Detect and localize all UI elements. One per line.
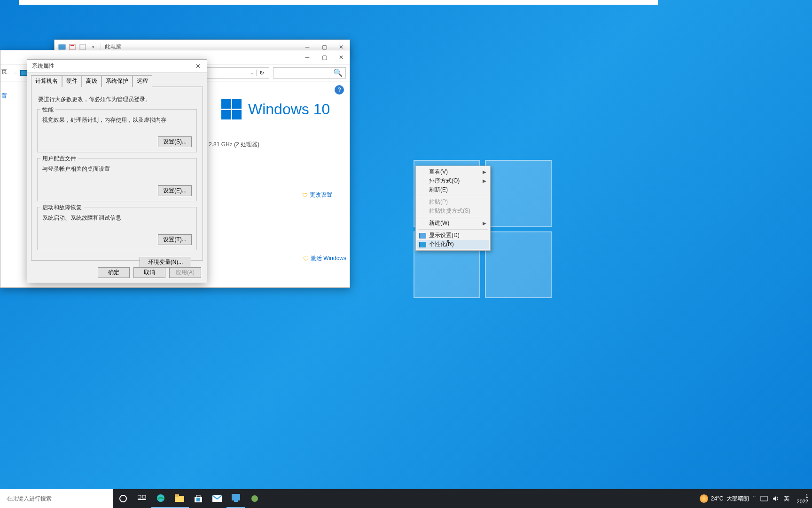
svg-rect-5	[142, 495, 146, 498]
tray-overflow-icon[interactable]: ˆ	[754, 495, 756, 502]
svg-rect-13	[232, 494, 240, 500]
sysprop-title: 系统属性	[32, 62, 55, 70]
performance-settings-button[interactable]: 设置(S)...	[158, 136, 192, 147]
ctx-view[interactable]: 查看(V)▶	[417, 167, 489, 176]
task-view-button[interactable]	[133, 489, 151, 508]
system-tray: 24°C 大部晴朗 ˆ 英 1 2022	[700, 493, 812, 504]
tray-ime[interactable]: 英	[784, 495, 789, 503]
change-settings-link[interactable]: 🛡 更改设置	[302, 191, 332, 199]
svg-rect-16	[761, 496, 767, 501]
about-maximize-button[interactable]: ▢	[316, 50, 333, 64]
svg-rect-6	[138, 499, 146, 500]
weather-temp: 24°C	[711, 495, 724, 502]
ok-button[interactable]: 确定	[98, 267, 130, 278]
address-dropdown-icon[interactable]: ⌄	[249, 70, 256, 75]
tab-advanced[interactable]: 高级	[82, 75, 102, 87]
chevron-right-icon: ▶	[483, 178, 486, 183]
tab-hardware[interactable]: 硬件	[62, 75, 82, 87]
startup-legend: 启动和故障恢复	[40, 204, 84, 212]
chevron-right-icon: ▶	[483, 169, 486, 175]
user-profile-settings-button[interactable]: 设置(E)...	[158, 185, 192, 196]
svg-point-15	[251, 495, 258, 502]
svg-rect-3	[80, 44, 86, 50]
ctx-separator	[418, 196, 488, 196]
sidebar-fragment-1: 页	[1, 68, 7, 76]
performance-group: 性能 视觉效果，处理器计划，内存使用，以及虚拟内存 设置(S)...	[37, 109, 197, 152]
search-icon: 🔍	[333, 68, 343, 77]
tray-date: 2022	[797, 499, 808, 504]
user-profile-desc: 与登录帐户相关的桌面设置	[42, 165, 192, 173]
performance-desc: 视觉效果，处理器计划，内存使用，以及虚拟内存	[42, 116, 192, 124]
start-button[interactable]	[114, 489, 133, 508]
sysprop-tabs: 计算机名 硬件 高级 系统保护 远程	[27, 73, 207, 87]
svg-rect-2	[70, 45, 74, 46]
taskbar-app-settings[interactable]	[226, 489, 245, 508]
svg-rect-1	[70, 44, 75, 50]
ctx-separator	[418, 217, 488, 217]
shield-icon: 🛡	[303, 255, 309, 262]
chevron-right-icon: ▶	[483, 221, 486, 226]
mouse-cursor-icon: ↖	[445, 238, 453, 246]
performance-legend: 性能	[40, 106, 55, 114]
taskbar-app-edge[interactable]	[151, 489, 170, 508]
ctx-personalize[interactable]: 个性化(R)	[417, 240, 489, 249]
taskbar-search[interactable]: 在此键入进行搜索	[0, 489, 113, 508]
tray-clock[interactable]: 1 2022	[794, 493, 811, 504]
tab-remote[interactable]: 远程	[133, 75, 152, 87]
taskbar-app-store[interactable]	[189, 489, 208, 508]
ctx-sort[interactable]: 排序方式(O)▶	[417, 176, 489, 185]
cpu-info: 2.81 GHz (2 处理器)	[209, 141, 259, 149]
desktop-context-menu[interactable]: 查看(V)▶ 排序方式(O)▶ 刷新(E) 粘贴(P) 粘贴快捷方式(S) 新建…	[415, 166, 491, 251]
taskbar-app-generic[interactable]	[245, 489, 264, 508]
startup-desc: 系统启动、系统故障和调试信息	[42, 214, 192, 222]
tab-system-protection[interactable]: 系统保护	[102, 75, 133, 87]
apply-button[interactable]: 应用(A)	[169, 267, 201, 278]
weather-widget[interactable]: 24°C 大部晴朗	[700, 494, 749, 503]
weather-desc: 大部晴朗	[726, 495, 749, 503]
ctx-refresh[interactable]: 刷新(E)	[417, 185, 489, 194]
tray-network-icon[interactable]	[760, 495, 768, 502]
about-close-button[interactable]: ✕	[333, 50, 350, 64]
ctx-new[interactable]: 新建(W)▶	[417, 219, 489, 228]
about-minimize-button[interactable]: ─	[299, 50, 316, 64]
search-placeholder: 在此键入进行搜索	[7, 495, 52, 503]
svg-rect-11	[196, 498, 200, 501]
shield-icon: 🛡	[302, 192, 308, 198]
svg-rect-14	[234, 500, 238, 502]
sysprop-close-button[interactable]: ✕	[192, 63, 204, 70]
svg-rect-0	[59, 45, 65, 49]
taskbar[interactable]: 在此键入进行搜索 24°C 大部晴朗 ˆ 英 1 2022	[0, 489, 812, 508]
user-profile-group: 用户配置文件 与登录帐户相关的桌面设置 设置(E)...	[37, 158, 197, 201]
personalize-icon	[419, 242, 426, 247]
startup-settings-button[interactable]: 设置(T)...	[158, 234, 192, 245]
weather-icon	[700, 494, 708, 503]
windows-10-brand: Windows 10	[221, 99, 330, 119]
refresh-icon[interactable]: ↻	[256, 70, 267, 76]
sidebar-fragment-2: 置	[1, 92, 7, 100]
ctx-paste-shortcut: 粘贴快捷方式(S)	[417, 206, 489, 215]
ctx-display-settings[interactable]: 显示设置(D)	[417, 231, 489, 240]
tray-volume-icon[interactable]	[773, 495, 779, 502]
taskbar-app-mail[interactable]	[208, 489, 226, 508]
top-white-strip	[19, 0, 658, 5]
ctx-paste: 粘贴(P)	[417, 198, 489, 206]
svg-rect-4	[138, 495, 141, 498]
environment-variables-button[interactable]: 环境变量(N)...	[140, 257, 191, 268]
tray-time: 1	[797, 493, 808, 499]
admin-note: 要进行大多数更改，你必须作为管理员登录。	[38, 95, 197, 103]
help-icon[interactable]: ?	[335, 85, 344, 95]
svg-rect-9	[175, 494, 179, 497]
windows-10-text: Windows 10	[248, 101, 330, 118]
user-profile-legend: 用户配置文件	[40, 155, 78, 163]
ctx-separator	[418, 229, 488, 230]
system-properties-dialog[interactable]: 系统属性 ✕ 计算机名 硬件 高级 系统保护 远程 要进行大多数更改，你必须作为…	[27, 59, 207, 283]
startup-recovery-group: 启动和故障恢复 系统启动、系统故障和调试信息 设置(T)...	[37, 207, 197, 250]
tab-computer-name[interactable]: 计算机名	[31, 75, 62, 87]
control-panel-search[interactable]: 🔍	[273, 67, 346, 79]
display-settings-icon	[419, 233, 426, 238]
taskbar-app-explorer[interactable]	[170, 489, 189, 508]
windows-logo-icon	[221, 99, 242, 119]
activate-windows-link[interactable]: 🛡 激活 Windows	[303, 254, 346, 262]
cancel-button[interactable]: 取消	[133, 267, 165, 278]
